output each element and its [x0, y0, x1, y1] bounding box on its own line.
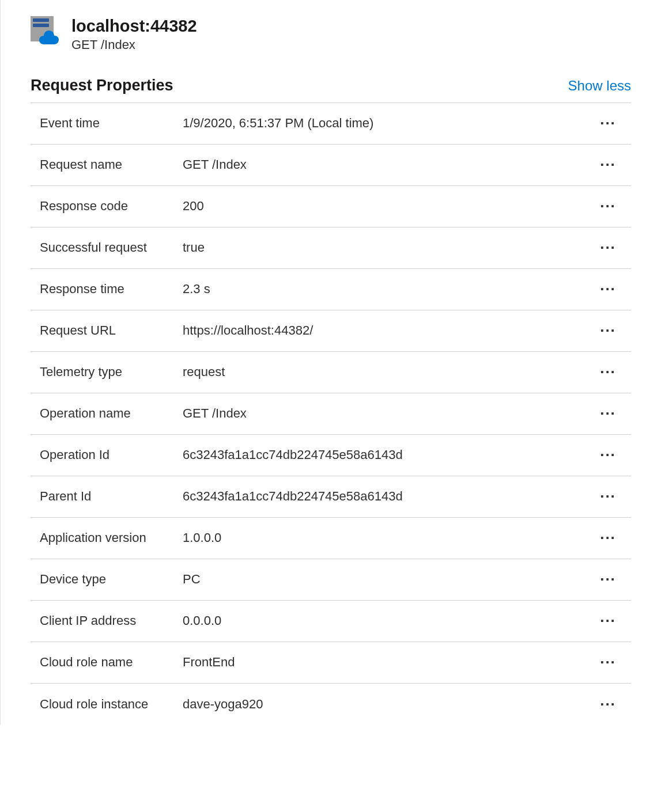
- property-value: https://localhost:44382/: [183, 323, 596, 338]
- section-header: Request Properties Show less: [31, 77, 631, 103]
- property-value: true: [183, 240, 596, 255]
- more-actions-button[interactable]: ···: [596, 199, 631, 214]
- property-label: Request name: [40, 157, 183, 172]
- property-label: Response code: [40, 199, 183, 214]
- property-row: Application version1.0.0.0···: [31, 518, 631, 559]
- ellipsis-icon: ···: [600, 199, 616, 214]
- more-actions-button[interactable]: ···: [596, 365, 631, 380]
- property-label: Parent Id: [40, 489, 183, 504]
- property-row: Device typePC···: [31, 559, 631, 601]
- properties-table: Event time1/9/2020, 6:51:37 PM (Local ti…: [31, 103, 631, 725]
- property-label: Telemetry type: [40, 365, 183, 380]
- ellipsis-icon: ···: [600, 613, 616, 628]
- page-subtitle: GET /Index: [71, 37, 197, 52]
- ellipsis-icon: ···: [600, 365, 616, 380]
- property-label: Cloud role name: [40, 655, 183, 670]
- app-insights-icon: [31, 16, 56, 42]
- property-row: Successful requesttrue···: [31, 227, 631, 269]
- ellipsis-icon: ···: [600, 655, 616, 670]
- property-value: FrontEnd: [183, 655, 596, 670]
- page-title: localhost:44382: [71, 16, 197, 36]
- property-label: Successful request: [40, 240, 183, 255]
- more-actions-button[interactable]: ···: [596, 157, 631, 172]
- property-row: Cloud role nameFrontEnd···: [31, 642, 631, 684]
- property-row: Operation Id6c3243fa1a1cc74db224745e58a6…: [31, 435, 631, 476]
- ellipsis-icon: ···: [600, 572, 616, 587]
- property-value: request: [183, 365, 596, 380]
- more-actions-button[interactable]: ···: [596, 406, 631, 421]
- property-label: Device type: [40, 572, 183, 587]
- ellipsis-icon: ···: [600, 447, 616, 462]
- property-value: GET /Index: [183, 157, 596, 172]
- ellipsis-icon: ···: [600, 697, 616, 712]
- property-row: Request nameGET /Index···: [31, 145, 631, 186]
- ellipsis-icon: ···: [600, 282, 616, 297]
- property-value: 6c3243fa1a1cc74db224745e58a6143d: [183, 489, 596, 504]
- property-row: Event time1/9/2020, 6:51:37 PM (Local ti…: [31, 103, 631, 145]
- property-label: Client IP address: [40, 613, 183, 628]
- page-header: localhost:44382 GET /Index: [31, 16, 631, 52]
- ellipsis-icon: ···: [600, 116, 616, 131]
- ellipsis-icon: ···: [600, 157, 616, 172]
- property-row: Response time2.3 s···: [31, 269, 631, 310]
- property-row: Telemetry typerequest···: [31, 352, 631, 393]
- more-actions-button[interactable]: ···: [596, 613, 631, 628]
- property-value: 200: [183, 199, 596, 214]
- more-actions-button[interactable]: ···: [596, 323, 631, 338]
- property-label: Cloud role instance: [40, 697, 183, 712]
- more-actions-button[interactable]: ···: [596, 655, 631, 670]
- more-actions-button[interactable]: ···: [596, 447, 631, 462]
- ellipsis-icon: ···: [600, 406, 616, 421]
- property-label: Application version: [40, 530, 183, 545]
- property-label: Event time: [40, 116, 183, 131]
- more-actions-button[interactable]: ···: [596, 572, 631, 587]
- property-value: dave-yoga920: [183, 697, 596, 712]
- property-value: 6c3243fa1a1cc74db224745e58a6143d: [183, 447, 596, 462]
- property-value: 1.0.0.0: [183, 530, 596, 545]
- section-title: Request Properties: [31, 77, 173, 94]
- property-value: 0.0.0.0: [183, 613, 596, 628]
- more-actions-button[interactable]: ···: [596, 530, 631, 545]
- property-row: Cloud role instancedave-yoga920···: [31, 684, 631, 725]
- property-value: GET /Index: [183, 406, 596, 421]
- property-row: Response code200···: [31, 186, 631, 227]
- property-value: 2.3 s: [183, 282, 596, 297]
- property-row: Parent Id6c3243fa1a1cc74db224745e58a6143…: [31, 476, 631, 518]
- more-actions-button[interactable]: ···: [596, 489, 631, 504]
- ellipsis-icon: ···: [600, 240, 616, 255]
- ellipsis-icon: ···: [600, 489, 616, 504]
- more-actions-button[interactable]: ···: [596, 282, 631, 297]
- property-label: Operation Id: [40, 447, 183, 462]
- property-label: Request URL: [40, 323, 183, 338]
- more-actions-button[interactable]: ···: [596, 697, 631, 712]
- show-less-link[interactable]: Show less: [568, 78, 631, 94]
- property-value: 1/9/2020, 6:51:37 PM (Local time): [183, 116, 596, 131]
- property-row: Operation nameGET /Index···: [31, 393, 631, 435]
- property-value: PC: [183, 572, 596, 587]
- more-actions-button[interactable]: ···: [596, 116, 631, 131]
- property-row: Request URLhttps://localhost:44382/···: [31, 310, 631, 352]
- more-actions-button[interactable]: ···: [596, 240, 631, 255]
- property-label: Operation name: [40, 406, 183, 421]
- property-label: Response time: [40, 282, 183, 297]
- ellipsis-icon: ···: [600, 323, 616, 338]
- property-row: Client IP address0.0.0.0···: [31, 601, 631, 642]
- ellipsis-icon: ···: [600, 530, 616, 545]
